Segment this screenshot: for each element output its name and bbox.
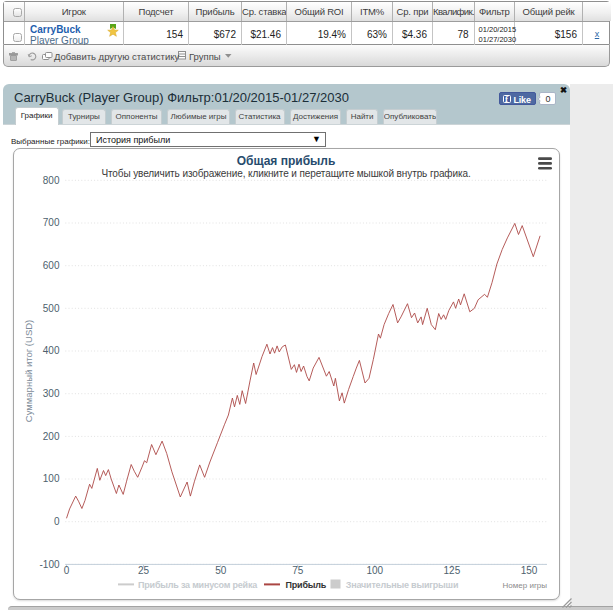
svg-text:125: 125 bbox=[444, 565, 461, 576]
svg-text:800: 800 bbox=[43, 175, 60, 186]
svg-text:700: 700 bbox=[43, 217, 60, 228]
svg-text:Прибыль за минусом рейка: Прибыль за минусом рейка bbox=[138, 580, 258, 590]
svg-text:Общая прибыль: Общая прибыль bbox=[237, 154, 336, 168]
svg-text:150: 150 bbox=[521, 565, 538, 576]
svg-text:400: 400 bbox=[43, 345, 60, 356]
svg-text:Значительные выигрыши: Значительные выигрыши bbox=[346, 580, 458, 590]
svg-text:0: 0 bbox=[54, 516, 60, 527]
svg-text:-100: -100 bbox=[39, 559, 59, 570]
svg-text:300: 300 bbox=[43, 388, 60, 399]
svg-text:100: 100 bbox=[43, 473, 60, 484]
svg-text:100: 100 bbox=[366, 565, 383, 576]
svg-text:600: 600 bbox=[43, 260, 60, 271]
svg-text:25: 25 bbox=[138, 565, 150, 576]
svg-text:75: 75 bbox=[292, 565, 304, 576]
svg-text:Чтобы увеличить изображение, к: Чтобы увеличить изображение, кликните и … bbox=[101, 168, 470, 179]
svg-text:Суммарный итог (USD): Суммарный итог (USD) bbox=[23, 320, 34, 422]
svg-text:Номер игры: Номер игры bbox=[503, 581, 548, 590]
svg-text:200: 200 bbox=[43, 431, 60, 442]
svg-text:Прибыль: Прибыль bbox=[286, 580, 327, 590]
svg-text:500: 500 bbox=[43, 303, 60, 314]
svg-text:0: 0 bbox=[64, 565, 70, 576]
svg-text:50: 50 bbox=[215, 565, 227, 576]
